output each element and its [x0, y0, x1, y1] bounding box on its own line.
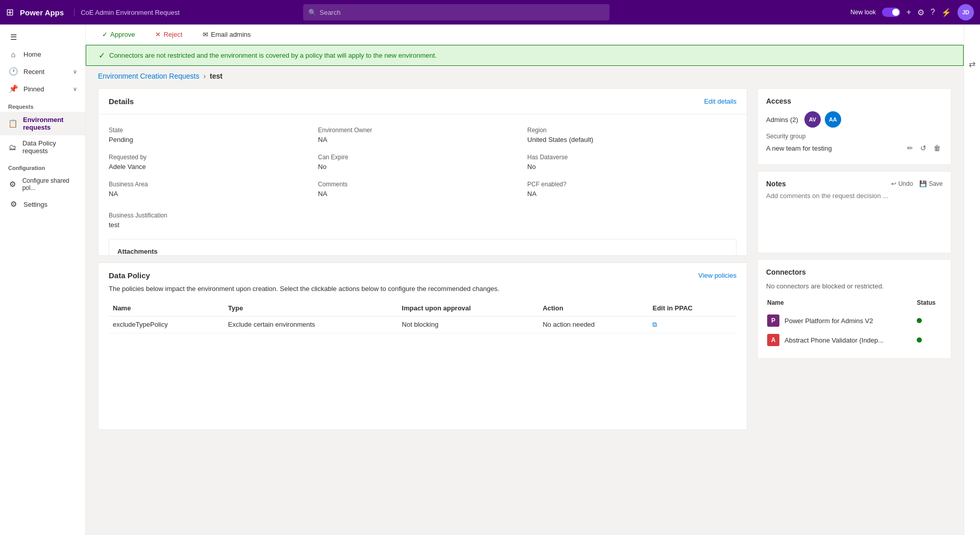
env-title: CoE Admin Environment Request [74, 9, 180, 16]
user-avatar[interactable]: JD [958, 4, 974, 20]
notes-input[interactable] [766, 192, 943, 243]
undo-button[interactable]: ↩ Undo [891, 180, 913, 187]
copilot-icon[interactable]: ⚡ [941, 8, 951, 17]
refresh-security-group-button[interactable]: ↺ [918, 143, 928, 153]
table-row: excludeTypePolicy Exclude certain enviro… [109, 316, 737, 333]
sidebar-item-home[interactable]: ⌂ Home [0, 46, 85, 63]
connectors-table: Name Status P Power Platform for Admins … [766, 296, 943, 350]
banner-message: Connectors are not restricted and the en… [109, 52, 437, 59]
policy-row-action: No action needed [538, 316, 648, 333]
recent-icon: 🕐 [8, 67, 18, 76]
search-input[interactable] [320, 9, 604, 16]
pinned-icon: 📌 [8, 84, 18, 93]
data-policy-icon: 🗂 [8, 143, 17, 152]
avatar-initials: JD [962, 9, 969, 15]
configure-icon: ⚙ [8, 180, 17, 189]
sidebar-hamburger[interactable]: ☰ [0, 29, 85, 46]
notes-header: Notes ↩ Undo 💾 Save [766, 180, 943, 188]
env-owner-label: Environment Owner [318, 127, 527, 134]
approve-button[interactable]: ✓ Approve [98, 29, 139, 40]
policy-impact-header: Impact upon approval [398, 300, 538, 317]
requested-by-value: Adele Vance [109, 163, 318, 171]
edge-expand-icon[interactable]: ⇄ [965, 55, 979, 73]
no-block-message: No connectors are blocked or restricted. [766, 282, 943, 290]
edit-details-link[interactable]: Edit details [704, 98, 737, 105]
data-policy-card: Data Policy View policies The policies b… [98, 262, 747, 429]
policy-name-header: Name [109, 300, 224, 317]
pcf-enabled-cell: PCF enabled? NA [527, 177, 737, 204]
sidebar-item-configure-shared[interactable]: ⚙ Configure shared pol... [0, 173, 85, 196]
policy-row-edit[interactable]: ⧉ [648, 316, 737, 333]
sidebar-pinned-label: Pinned [23, 85, 44, 93]
admin-avatar-aa[interactable]: AA [825, 111, 841, 128]
settings-nav-icon: ⚙ [8, 200, 18, 209]
new-look-label: New look [850, 9, 875, 16]
details-grid: State Pending Environment Owner NA Regio… [99, 114, 747, 208]
sidebar-item-env-requests[interactable]: 📋 Environment requests [0, 112, 85, 135]
admin-avatar-av[interactable]: AV [804, 111, 821, 128]
connector-icon-cell-2: A [767, 331, 783, 349]
save-button[interactable]: 💾 Save [919, 180, 943, 187]
policy-action-header: Action [538, 300, 648, 317]
add-icon[interactable]: + [906, 8, 911, 17]
policy-table: Name Type Impact upon approval Action Ed… [109, 300, 737, 333]
search-box[interactable]: 🔍 [303, 4, 609, 20]
help-icon[interactable]: ? [930, 8, 935, 17]
requested-by-cell: Requested by Adele Vance [109, 150, 318, 177]
app-launcher-icon[interactable]: ⊞ [6, 7, 14, 18]
connector-name-header: Name [767, 297, 916, 310]
details-card: Details Edit details State Pending Envir… [98, 88, 747, 256]
hamburger-icon: ☰ [8, 33, 18, 42]
approve-label: Approve [110, 31, 135, 38]
save-icon: 💾 [919, 180, 927, 187]
comments-label: Comments [318, 181, 527, 188]
search-icon: 🔍 [308, 9, 316, 16]
connector-status-header: Status [917, 297, 942, 310]
policy-edit-header: Edit in PPAC [648, 300, 737, 317]
sidebar-item-settings[interactable]: ⚙ Settings [0, 196, 85, 213]
comments-value: NA [318, 190, 527, 198]
policy-type-header: Type [224, 300, 398, 317]
sidebar-item-pinned[interactable]: 📌 Pinned ∨ [0, 80, 85, 98]
env-owner-value: NA [318, 136, 527, 143]
undo-icon: ↩ [891, 180, 896, 187]
security-group-section: Security group A new team for testing ✏ … [766, 133, 943, 153]
view-policies-link[interactable]: View policies [698, 272, 737, 279]
save-label: Save [929, 180, 943, 187]
settings-icon[interactable]: ⚙ [917, 8, 924, 17]
state-cell: State Pending [109, 123, 318, 150]
config-section-label: Configuration [0, 159, 85, 173]
notes-title: Notes [766, 180, 786, 188]
comments-cell: Comments NA [318, 177, 527, 204]
reject-button[interactable]: ✕ Reject [151, 29, 186, 40]
email-admins-button[interactable]: ✉ Email admins [199, 29, 255, 40]
pcf-enabled-value: NA [527, 190, 737, 198]
home-icon: ⌂ [8, 50, 18, 59]
biz-just-value: test [109, 221, 737, 229]
requested-by-label: Requested by [109, 154, 318, 161]
breadcrumb-parent[interactable]: Environment Creation Requests [98, 72, 199, 80]
security-group-label: Security group [766, 133, 943, 140]
abstract-phone-icon: A [767, 334, 779, 346]
policy-row-type: Exclude certain environments [224, 316, 398, 333]
data-policy-header: Data Policy View policies [109, 271, 737, 280]
undo-label: Undo [898, 180, 913, 187]
connector-name-cell-2: Abstract Phone Validator (Indep... [785, 331, 916, 349]
right-edge-panel: ⇄ [964, 25, 980, 535]
recent-expand-icon: ∨ [73, 68, 77, 75]
security-group-row: A new team for testing ✏ ↺ 🗑 [766, 143, 943, 153]
delete-security-group-button[interactable]: 🗑 [932, 143, 943, 153]
data-policy-title: Data Policy [109, 271, 150, 280]
edit-security-group-button[interactable]: ✏ [905, 143, 915, 153]
sidebar-recent-label: Recent [23, 68, 44, 76]
security-group-name: A new team for testing [766, 144, 832, 152]
main-content: ✓ Approve ✕ Reject ✉ Email admins ✓ Conn… [86, 25, 964, 535]
details-card-header: Details Edit details [99, 89, 747, 114]
breadcrumb-separator: › [203, 72, 206, 80]
new-look-toggle[interactable] [882, 8, 900, 17]
sidebar-item-recent[interactable]: 🕐 Recent ∨ [0, 63, 85, 80]
requests-section-label: Requests [0, 98, 85, 112]
sidebar-item-data-policy[interactable]: 🗂 Data Policy requests [0, 135, 85, 159]
has-dataverse-value: No [527, 163, 737, 171]
has-dataverse-label: Has Dataverse [527, 154, 737, 161]
